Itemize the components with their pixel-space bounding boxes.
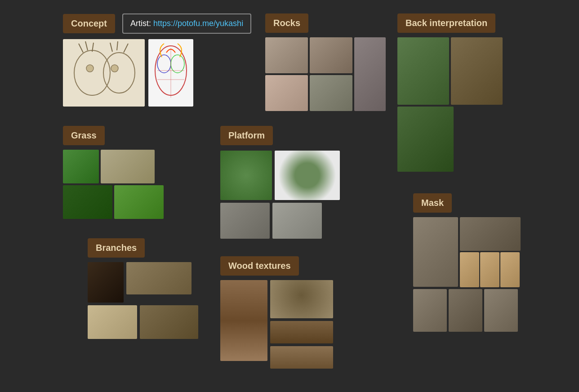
rock-image-hand xyxy=(265,75,308,111)
branch-image-4 xyxy=(140,305,198,339)
back-image-forest xyxy=(397,37,449,105)
mask-group-top xyxy=(460,217,521,251)
creature-art-1 xyxy=(63,39,145,107)
concept-label: Concept xyxy=(63,14,115,33)
wood-images xyxy=(220,280,333,369)
mask-row1 xyxy=(413,217,521,287)
mask-header: Mask xyxy=(413,193,521,213)
platform-image-oval xyxy=(275,151,340,200)
mask-row2-image-1 xyxy=(413,289,447,332)
artist-link[interactable]: https://potofu.me/yukashi xyxy=(153,19,243,28)
mask-clay-1 xyxy=(460,252,479,287)
branches-header: Branches xyxy=(88,238,198,258)
back-interpretation-label: Back interpretation xyxy=(397,13,495,33)
svg-point-4 xyxy=(111,65,118,72)
mask-image-large xyxy=(413,217,458,287)
grass-header: Grass xyxy=(63,126,164,145)
grass-image-2 xyxy=(101,150,155,183)
wood-textures-header: Wood textures xyxy=(220,256,333,276)
mask-label: Mask xyxy=(413,193,452,213)
creature-art-2 xyxy=(148,39,193,107)
branches-label: Branches xyxy=(88,238,145,258)
branches-row2 xyxy=(88,305,198,339)
mask-row2-image-3 xyxy=(484,289,518,332)
platform-image-stone1 xyxy=(220,203,270,239)
back-images-top xyxy=(397,37,503,105)
back-interpretation-header: Back interpretation xyxy=(397,13,503,33)
concept-images xyxy=(63,39,251,107)
grass-image-4 xyxy=(114,185,164,219)
mask-clay-3 xyxy=(500,252,520,287)
rocks-header: Rocks xyxy=(265,13,386,33)
grass-images-row1 xyxy=(63,150,164,183)
branches-row1 xyxy=(88,262,198,303)
wood-image-stripe1 xyxy=(270,321,333,343)
wood-image-stripe2 xyxy=(270,346,333,369)
platform-section: Platform xyxy=(220,126,340,239)
concept-image-2 xyxy=(148,39,193,107)
mask-group-right xyxy=(460,217,521,287)
wood-image-tall xyxy=(220,280,267,361)
platform-label: Platform xyxy=(220,126,273,145)
rock-image-path xyxy=(310,75,352,111)
platform-image-circular xyxy=(220,151,272,200)
branches-section: Branches xyxy=(88,238,198,339)
wood-image-rings xyxy=(270,280,333,318)
grass-section: Grass xyxy=(63,126,164,219)
grass-images-row2 xyxy=(63,185,164,219)
platform-header: Platform xyxy=(220,126,340,145)
grass-label: Grass xyxy=(63,126,105,145)
rock-image-round xyxy=(265,37,308,73)
mask-row2 xyxy=(413,289,521,332)
artist-prefix: Artist: xyxy=(130,19,153,28)
back-interpretation-section: Back interpretation xyxy=(397,13,503,174)
branch-image-1 xyxy=(88,262,124,303)
rock-image-wall xyxy=(310,37,352,73)
mask-section: Mask xyxy=(413,193,521,332)
platform-image-stone2 xyxy=(272,203,322,239)
platform-row2 xyxy=(220,203,340,239)
back-image-moss xyxy=(397,107,454,172)
rocks-label: Rocks xyxy=(265,13,308,33)
wood-textures-section: Wood textures xyxy=(220,256,333,369)
rocks-grid xyxy=(265,37,386,111)
concept-section: Concept Artist: https://potofu.me/yukash… xyxy=(63,13,251,107)
grass-image-3 xyxy=(63,185,112,219)
back-image-fence xyxy=(451,37,503,105)
concept-image-1 xyxy=(63,39,145,107)
wood-textures-label: Wood textures xyxy=(220,256,299,276)
mask-clay-2 xyxy=(480,252,499,287)
svg-point-3 xyxy=(86,65,94,72)
branch-image-3 xyxy=(88,305,137,339)
grass-image-1 xyxy=(63,150,99,183)
rock-image-pebbles xyxy=(354,37,386,111)
wood-right-column xyxy=(270,280,333,369)
mask-row2-image-2 xyxy=(449,289,482,332)
artist-credit: Artist: https://potofu.me/yukashi xyxy=(122,13,251,34)
rocks-section: Rocks xyxy=(265,13,386,111)
mask-group-bottom-row xyxy=(460,252,521,287)
branch-image-2 xyxy=(126,262,192,294)
platform-row1 xyxy=(220,151,340,200)
back-image-bottom-container xyxy=(397,107,503,174)
